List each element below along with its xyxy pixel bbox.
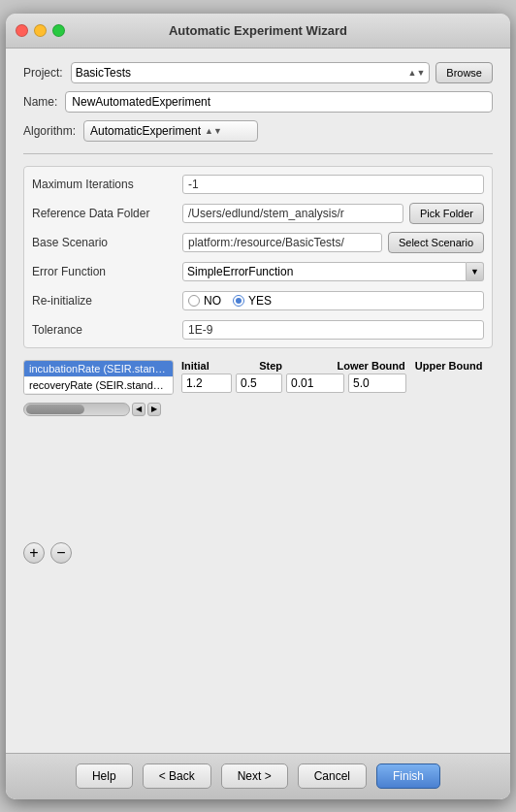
form-section: Maximum Iterations -1 Reference Data Fol… <box>23 166 493 348</box>
divider-1 <box>23 153 493 154</box>
window-title: Automatic Experiment Wizard <box>169 23 347 38</box>
reference-data-label: Reference Data Folder <box>32 207 182 220</box>
next-button[interactable]: Next > <box>221 763 288 789</box>
error-function-row: Error Function SimpleErrorFunction ▼ <box>32 260 484 283</box>
step-input[interactable] <box>236 374 282 393</box>
scrollbar-area: ◀ ▶ <box>23 403 161 416</box>
help-button[interactable]: Help <box>76 763 133 789</box>
max-iterations-row: Maximum Iterations -1 <box>32 173 484 196</box>
select-scenario-button[interactable]: Select Scenario <box>388 232 484 253</box>
add-remove-buttons: + − <box>23 542 493 564</box>
titlebar: Automatic Experiment Wizard <box>6 14 510 49</box>
max-iterations-value: -1 <box>182 175 484 194</box>
back-button[interactable]: < Back <box>143 763 211 789</box>
project-row: Project: BasicTests ▲▼ Browse <box>23 62 493 83</box>
error-function-select-wrap: SimpleErrorFunction ▼ <box>182 262 484 281</box>
tolerance-label: Tolerance <box>32 323 182 337</box>
col-lower-bound: Lower Bound <box>338 360 415 372</box>
browse-button[interactable]: Browse <box>435 62 493 83</box>
cancel-button[interactable]: Cancel <box>298 763 367 789</box>
list-item[interactable]: recoveryRate (SEIR.standar... <box>24 377 173 394</box>
scroll-right-arrow[interactable]: ▶ <box>147 403 161 416</box>
project-dropdown-arrow[interactable]: ▲▼ <box>407 68 425 78</box>
reinitialize-no-label: NO <box>204 294 221 308</box>
algorithm-value: AutomaticExperiment <box>90 124 201 138</box>
project-value: BasicTests <box>76 66 404 80</box>
finish-button[interactable]: Finish <box>376 763 440 789</box>
reinitialize-yes-radio[interactable] <box>233 295 244 307</box>
algorithm-dropdown-icon: ▲▼ <box>205 126 222 136</box>
algorithm-label: Algorithm: <box>23 124 76 138</box>
main-window: Automatic Experiment Wizard Project: Bas… <box>6 14 510 799</box>
close-button[interactable] <box>16 24 28 37</box>
reinitialize-yes-label: YES <box>248 294 272 308</box>
tolerance-value: 1E-9 <box>188 323 212 337</box>
base-scenario-value: platform:/resource/BasicTests/ <box>188 236 344 249</box>
max-iterations-label: Maximum Iterations <box>32 178 182 191</box>
content-area: Project: BasicTests ▲▼ Browse Name: Algo… <box>6 49 510 753</box>
name-label: Name: <box>23 95 57 109</box>
params-table: Initial Step Lower Bound Upper Bound <box>181 360 493 528</box>
params-list-container: incubationRate (SEIR.stand... recoveryRa… <box>23 360 174 528</box>
reinitialize-yes-dot <box>236 298 242 304</box>
add-param-button[interactable]: + <box>23 542 45 564</box>
project-label: Project: <box>23 66 63 80</box>
params-list-footer: ◀ ▶ <box>23 403 174 416</box>
reference-data-controls: /Users/edlund/stem_analysis/r Pick Folde… <box>182 203 484 224</box>
base-scenario-row: Base Scenario platform:/resource/BasicTe… <box>32 231 484 254</box>
params-list: incubationRate (SEIR.stand... recoveryRa… <box>23 360 174 395</box>
remove-param-button[interactable]: − <box>50 542 72 564</box>
col-upper-bound: Upper Bound <box>415 360 493 372</box>
name-input[interactable] <box>65 91 493 113</box>
pick-folder-button[interactable]: Pick Folder <box>409 203 484 224</box>
reference-data-row: Reference Data Folder /Users/edlund/stem… <box>32 202 484 225</box>
reinitialize-label: Re-initialize <box>32 294 182 308</box>
minimize-button[interactable] <box>34 24 47 37</box>
error-function-dropdown-arrow[interactable]: ▼ <box>467 262 484 281</box>
scrollbar-thumb[interactable] <box>26 405 84 414</box>
upper-bound-input[interactable] <box>348 374 406 393</box>
error-function-value: SimpleErrorFunction <box>187 265 293 278</box>
maximize-button[interactable] <box>52 24 65 37</box>
reinitialize-row: Re-initialize NO YES <box>32 289 484 312</box>
col-step: Step <box>259 360 337 372</box>
footer: Help < Back Next > Cancel Finish <box>6 753 510 799</box>
scrollbar-track[interactable] <box>23 403 130 416</box>
reinitialize-yes-option[interactable]: YES <box>233 294 272 308</box>
reinitialize-radio-group: NO YES <box>182 291 484 310</box>
tolerance-row: Tolerance 1E-9 <box>32 318 484 341</box>
window-controls <box>16 24 65 37</box>
base-scenario-label: Base Scenario <box>32 236 182 249</box>
name-row: Name: <box>23 91 493 113</box>
reinitialize-no-radio[interactable] <box>188 295 200 307</box>
list-item[interactable]: incubationRate (SEIR.stand... <box>24 361 173 377</box>
params-table-header: Initial Step Lower Bound Upper Bound <box>181 360 493 374</box>
algorithm-row: Algorithm: AutomaticExperiment ▲▼ <box>23 120 493 142</box>
base-scenario-controls: platform:/resource/BasicTests/ Select Sc… <box>182 232 484 253</box>
error-function-label: Error Function <box>32 265 182 278</box>
scroll-left-arrow[interactable]: ◀ <box>132 403 145 416</box>
initial-input[interactable] <box>181 374 232 393</box>
col-initial: Initial <box>181 360 259 372</box>
params-section: incubationRate (SEIR.stand... recoveryRa… <box>23 360 493 528</box>
spacer <box>23 571 493 739</box>
reinitialize-no-option[interactable]: NO <box>188 294 221 308</box>
params-table-row <box>181 374 493 393</box>
reference-data-value: /Users/edlund/stem_analysis/r <box>188 207 344 220</box>
lower-bound-input[interactable] <box>286 374 344 393</box>
